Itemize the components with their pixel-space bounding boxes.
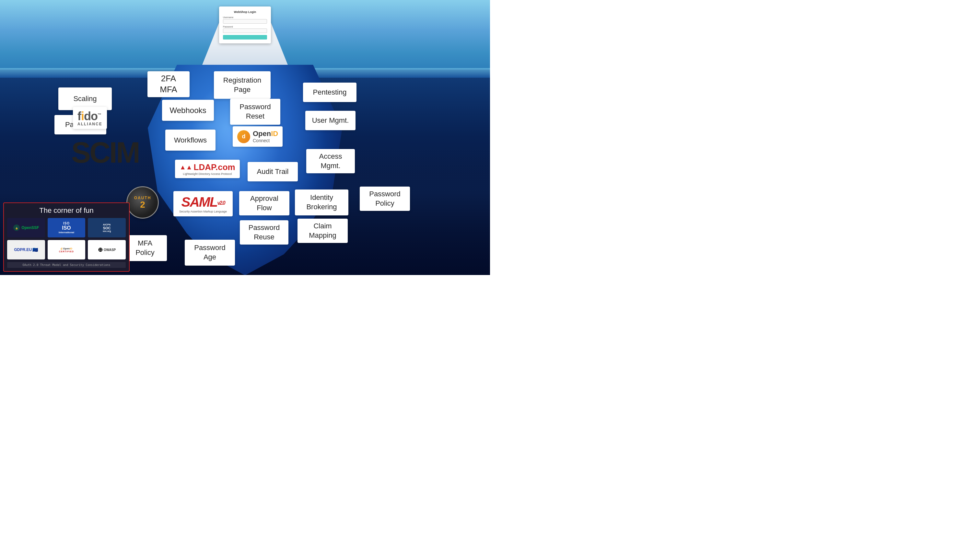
aicpa-logo: AICPA SOC soc.org: [88, 218, 126, 237]
registration-page-box: RegistrationPage: [214, 71, 270, 99]
openid-words: OpenID Connect: [253, 130, 278, 143]
registration-page-label: RegistrationPage: [223, 76, 261, 94]
password-policy-box: PasswordPolicy: [360, 187, 410, 211]
password-input[interactable]: [223, 29, 267, 33]
password-reuse-label: PasswordReuse: [248, 223, 280, 242]
openid-certified-logo: d OpenID CERTIFIED: [48, 240, 86, 259]
access-mgmt-box: AccessMgmt.: [306, 149, 355, 173]
pentesting-label: Pentesting: [313, 88, 347, 97]
oauth-logo: OAUTH 2: [126, 186, 159, 219]
user-mgmt-label: User Mgmt.: [312, 116, 349, 125]
openssf-logo: 🔒 OpenSSF: [7, 218, 45, 237]
workflows-box: Workflows: [165, 130, 215, 151]
username-label: Username: [223, 16, 267, 19]
corner-title: The corner of fun: [7, 206, 126, 215]
fido-logo: fido™ ALLIANCE: [73, 107, 107, 129]
approval-flow-box: ApprovalFlow: [239, 191, 290, 215]
user-mgmt-box: User Mgmt.: [305, 111, 355, 130]
fido-alliance-text: ALLIANCE: [78, 122, 102, 126]
scaling-label: Scaling: [73, 95, 97, 103]
webhooks-label: Webhooks: [170, 106, 207, 115]
password-age-label: PasswordAge: [194, 243, 226, 262]
ldap-logo: ▲▲ LDAP.com Lightweight Directory Access…: [175, 160, 240, 178]
login-title: WebShop Login: [223, 10, 267, 14]
pentesting-box: Pentesting: [303, 83, 356, 102]
saml-text: SAMLv2.0: [181, 194, 224, 210]
password-age-box: PasswordAge: [185, 240, 235, 265]
gdpr-logo: GDPR.EU 🇪🇺: [7, 240, 45, 259]
mfa-policy-box: MFAPolicy: [123, 235, 167, 261]
identity-brokering-label: IdentityBrokering: [306, 193, 337, 211]
access-mgmt-label: AccessMgmt.: [319, 152, 342, 170]
twofa-box: 2FAMFA: [148, 71, 189, 97]
claim-mapping-label: ClaimMapping: [309, 221, 336, 240]
corner-footer: OAuth 2.0 Threat Model and Security Cons…: [7, 262, 126, 268]
audit-trail-box: Audit Trail: [248, 162, 298, 181]
twofa-label: 2FAMFA: [160, 73, 177, 95]
ldap-subtitle: Lightweight Directory Access Protocol: [183, 172, 232, 176]
webhooks-box: Webhooks: [162, 100, 214, 121]
identity-brokering-box: IdentityBrokering: [295, 189, 348, 215]
username-input[interactable]: [223, 19, 267, 24]
saml-logo: SAMLv2.0 Security Assertion Markup Langu…: [173, 191, 233, 216]
owasp-logo: ⊕ OWASP: [88, 240, 126, 259]
password-reuse-box: PasswordReuse: [240, 220, 288, 245]
password-label: Password: [223, 25, 267, 28]
fido-text: fido™: [78, 110, 101, 123]
approval-flow-label: ApprovalFlow: [250, 194, 278, 213]
iso-logo: ISO ISO International: [48, 218, 86, 237]
scim-logo: SCIM: [71, 136, 139, 169]
login-button[interactable]: [223, 35, 267, 40]
openid-connect-logo: d OpenID Connect: [233, 126, 283, 147]
password-policy-label: PasswordPolicy: [369, 189, 401, 208]
mfa-policy-label: MFAPolicy: [135, 239, 154, 257]
saml-subtitle: Security Assertion Markup Language: [179, 210, 227, 213]
oauth-num: 2: [140, 200, 145, 209]
openid-icon: d: [237, 130, 250, 143]
claim-mapping-box: ClaimMapping: [298, 219, 348, 243]
password-reset-box: PasswordReset: [230, 99, 280, 125]
ldap-main-text: ▲▲ LDAP.com: [180, 162, 235, 172]
login-box: WebShop Login Username Password: [219, 6, 271, 43]
corner-logos-grid: 🔒 OpenSSF ISO ISO International AICPA SO…: [7, 218, 126, 259]
workflows-label: Workflows: [174, 136, 207, 145]
password-reset-label: PasswordReset: [240, 102, 271, 121]
audit-trail-label: Audit Trail: [257, 167, 289, 176]
svg-text:🔒: 🔒: [15, 227, 18, 230]
corner-of-fun-box: The corner of fun 🔒 OpenSSF ISO ISO Inte…: [3, 202, 130, 272]
